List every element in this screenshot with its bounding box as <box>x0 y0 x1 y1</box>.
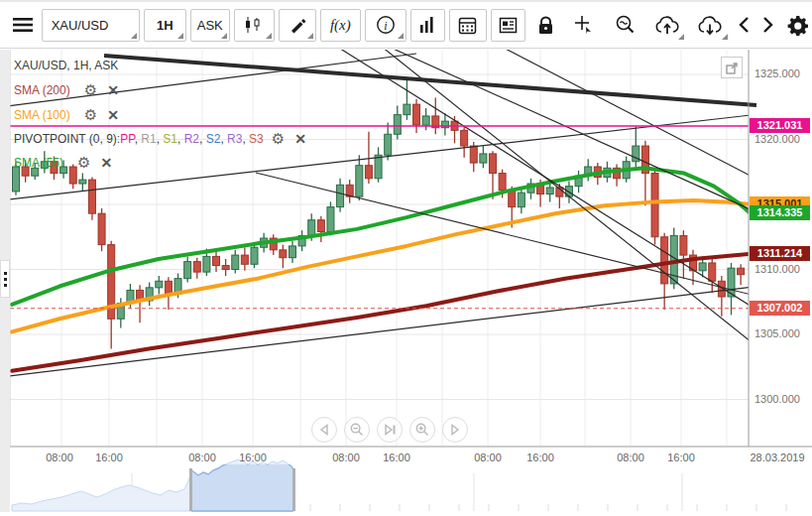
candle <box>614 164 621 186</box>
legend-title-row: XAU/USD, 1H, ASK <box>14 53 306 77</box>
side-panel-handle[interactable] <box>0 260 10 298</box>
price-tick-label: 1320.000 <box>754 133 800 145</box>
navigator-right-handle[interactable] <box>292 468 295 511</box>
candle <box>422 108 429 130</box>
candle <box>385 122 392 160</box>
legend-sma55-row: SMA (55) ⚙ ✕ <box>14 150 306 175</box>
pivot-remove-icon[interactable]: ✕ <box>294 131 306 147</box>
candle-body <box>337 185 344 206</box>
popout-button[interactable] <box>721 57 743 78</box>
hamburger-icon <box>12 17 34 33</box>
candle <box>317 216 324 242</box>
chart-type-button[interactable] <box>234 9 276 42</box>
news-button[interactable] <box>491 9 526 42</box>
sma200-remove-icon[interactable]: ✕ <box>107 82 119 98</box>
candle <box>461 126 468 157</box>
trendline[interactable] <box>0 280 812 377</box>
settings-button[interactable] <box>782 9 812 42</box>
zoom-in-button[interactable] <box>409 417 435 443</box>
pivot-levels: PP, R1, S1, R2, S2, R3, S3 <box>120 132 264 146</box>
svg-text:i: i <box>384 19 387 33</box>
time-axis-label: 08:00 <box>458 452 518 463</box>
candle-body <box>461 130 468 146</box>
current-price-badge: 1307.002 <box>750 301 810 316</box>
candle <box>137 285 144 322</box>
price-side-label: ASK <box>197 18 223 33</box>
scroll-back-button[interactable] <box>734 9 754 42</box>
crosshair-button[interactable] <box>565 9 603 42</box>
candle <box>241 247 248 271</box>
pan-right-button[interactable] <box>442 417 468 443</box>
candle-body <box>413 104 420 125</box>
indicators-button[interactable]: f(x) <box>320 9 362 42</box>
lock-button[interactable] <box>529 9 561 42</box>
candle <box>518 188 524 213</box>
price-side-select[interactable]: ASK <box>190 9 230 42</box>
load-cloud-button[interactable] <box>690 9 730 42</box>
candle-body <box>518 193 524 206</box>
pan-left-button[interactable] <box>311 417 337 443</box>
time-axis-label: 16:00 <box>223 452 283 463</box>
candle-body <box>661 237 668 284</box>
chart-nav-controls <box>311 417 468 443</box>
legend-symbol-text: XAU/USD, 1H, ASK <box>14 59 118 72</box>
pencil-icon <box>289 16 306 34</box>
scroll-forward-button[interactable] <box>758 9 779 42</box>
pivot-pp-price-badge: 1321.031 <box>750 118 810 133</box>
cloud-download-icon <box>698 16 722 35</box>
info-button[interactable]: i <box>365 9 406 42</box>
candle-body <box>232 255 239 269</box>
candle <box>546 183 553 202</box>
price-tick-label: 1310.000 <box>754 263 800 275</box>
candle-body <box>156 281 163 288</box>
symbol-label: XAU/USD <box>52 18 109 33</box>
magnifier-wave-icon <box>615 15 636 36</box>
go-to-latest-button[interactable] <box>377 417 403 443</box>
timeframe-select[interactable]: 1H <box>144 9 186 42</box>
sma200-settings-gear-icon[interactable]: ⚙ <box>84 81 97 99</box>
save-cloud-button[interactable] <box>647 9 687 42</box>
sma100-settings-gear-icon[interactable]: ⚙ <box>84 106 97 124</box>
candle <box>79 174 86 192</box>
news-icon <box>499 17 518 34</box>
chevron-right-icon <box>762 16 774 34</box>
time-axis-label: 16:00 <box>511 452 570 463</box>
candle-body <box>738 268 745 275</box>
zoom-out-button[interactable] <box>344 417 370 443</box>
candle <box>184 256 191 282</box>
candle-body <box>680 235 687 255</box>
candle-body <box>165 281 172 294</box>
legend-pivot-row: PIVOTPOINT (0, 9) : PP, R1, S1, R2, S2, … <box>14 127 306 150</box>
popout-icon <box>726 62 739 74</box>
pivot-level-separator: , <box>177 132 184 146</box>
draw-tools-button[interactable] <box>279 9 316 42</box>
sma55-settings-gear-icon[interactable]: ⚙ <box>77 154 90 172</box>
candle <box>527 179 534 199</box>
candle-body <box>184 262 191 279</box>
candle-body <box>203 256 210 272</box>
navigator-left-handle[interactable] <box>189 468 192 511</box>
volume-button[interactable] <box>410 9 446 42</box>
time-axis-label: 16:00 <box>79 452 139 463</box>
candle-body <box>88 180 95 213</box>
zoom-tool-button[interactable] <box>606 9 643 42</box>
candle <box>337 179 344 212</box>
menu-button[interactable] <box>8 9 38 42</box>
calendar-button[interactable] <box>449 9 487 42</box>
candle <box>356 155 363 200</box>
pivot-level-r1: R1 <box>141 132 156 146</box>
candle-body <box>651 174 658 237</box>
candle-body <box>327 207 334 232</box>
candle <box>280 245 287 269</box>
pivot-settings-gear-icon[interactable]: ⚙ <box>272 130 285 148</box>
candle-body <box>404 104 410 114</box>
candle-body <box>480 154 487 163</box>
sma55-remove-icon[interactable]: ✕ <box>100 155 112 171</box>
sma200-label: SMA (200) <box>14 83 70 97</box>
info-icon: i <box>376 15 396 35</box>
symbol-select[interactable]: XAU/USD <box>42 9 140 42</box>
candle <box>98 208 105 251</box>
pivot-level-s2: S2 <box>206 132 221 146</box>
magnifier-minus-icon <box>350 423 364 437</box>
sma100-remove-icon[interactable]: ✕ <box>107 107 119 123</box>
